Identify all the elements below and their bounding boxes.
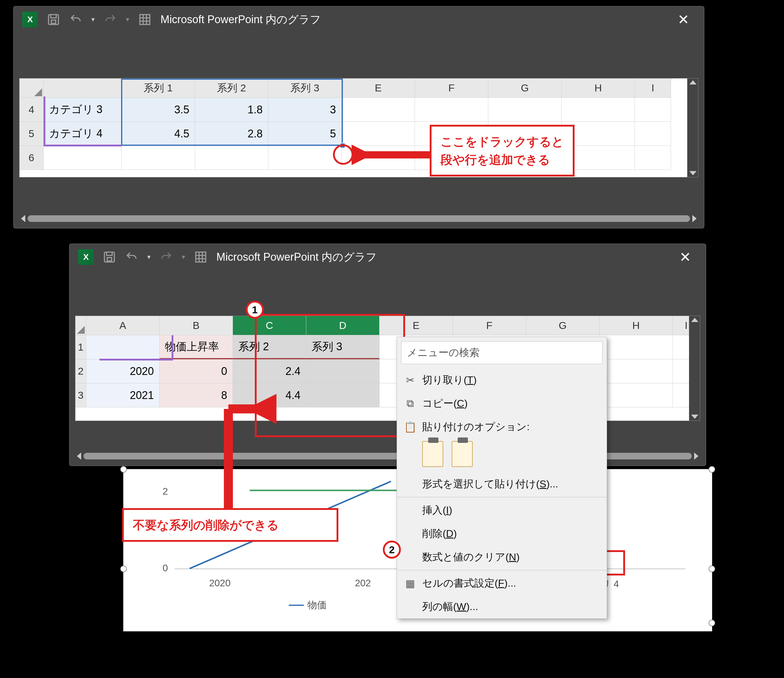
- select-all-corner[interactable]: [20, 78, 44, 98]
- chart-handle[interactable]: [120, 566, 127, 572]
- cell[interactable]: 5: [268, 122, 342, 146]
- chart-handle[interactable]: [120, 466, 127, 473]
- undo-dropdown-icon[interactable]: ▾: [91, 16, 95, 23]
- row-header[interactable]: 6: [20, 146, 44, 170]
- menu-item-cut[interactable]: ✂ 切り取り(T): [397, 368, 607, 392]
- cell[interactable]: [488, 98, 562, 122]
- cell[interactable]: [599, 335, 673, 359]
- cell[interactable]: [635, 146, 671, 170]
- annotation-rect-columns: [255, 314, 405, 437]
- column-header[interactable]: F: [415, 78, 488, 98]
- column-header[interactable]: H: [562, 78, 635, 98]
- scroll-down-icon[interactable]: [691, 415, 698, 419]
- y-tick: 2: [163, 486, 168, 497]
- copy-icon: ⧉: [404, 397, 416, 410]
- undo-icon[interactable]: [69, 13, 82, 26]
- cell[interactable]: [599, 383, 673, 407]
- scroll-right-icon[interactable]: [694, 452, 698, 460]
- column-header[interactable]: G: [488, 78, 562, 98]
- cell[interactable]: [268, 146, 342, 170]
- chart-handle[interactable]: [709, 466, 715, 473]
- menu-item-clear[interactable]: 数式と値のクリア(N): [397, 546, 607, 569]
- redo-icon[interactable]: [104, 13, 117, 26]
- column-header[interactable]: 系列 1: [122, 78, 195, 98]
- cell[interactable]: [415, 98, 488, 122]
- menu-item-column-width[interactable]: 列の幅(W)...: [397, 595, 607, 619]
- cell[interactable]: 2021: [86, 383, 160, 407]
- x-tick: 202: [355, 578, 371, 589]
- close-button[interactable]: ✕: [674, 249, 697, 265]
- cell-category[interactable]: カテゴリ 4: [44, 122, 122, 146]
- undo-icon[interactable]: [125, 251, 138, 264]
- scroll-left-icon[interactable]: [77, 452, 81, 460]
- undo-dropdown-icon[interactable]: ▾: [147, 253, 151, 261]
- scroll-down-icon[interactable]: [689, 171, 697, 175]
- column-header[interactable]: G: [526, 316, 599, 335]
- horizontal-scrollbar[interactable]: [19, 213, 698, 224]
- menu-item-copy[interactable]: ⧉ コピー(C): [397, 392, 607, 415]
- scroll-right-icon[interactable]: [692, 215, 697, 222]
- redo-dropdown-icon[interactable]: ▾: [182, 253, 185, 261]
- row-header[interactable]: 5: [20, 122, 44, 146]
- cell[interactable]: 1.8: [195, 98, 268, 122]
- scroll-up-icon[interactable]: [691, 318, 698, 322]
- chart-handle[interactable]: [709, 620, 715, 626]
- cell[interactable]: [44, 146, 122, 170]
- cell[interactable]: 4.5: [122, 122, 195, 146]
- cell[interactable]: 2020: [86, 359, 160, 383]
- row-header[interactable]: 2: [75, 359, 86, 383]
- paste-option-icon[interactable]: [422, 441, 443, 467]
- chart-handle[interactable]: [709, 566, 715, 572]
- row-header[interactable]: 3: [75, 383, 86, 407]
- column-header[interactable]: A: [86, 316, 160, 335]
- data-sheet-icon[interactable]: [138, 13, 151, 26]
- column-header[interactable]: E: [342, 78, 415, 98]
- column-header[interactable]: 系列 2: [195, 78, 268, 98]
- redo-dropdown-icon[interactable]: ▾: [126, 16, 129, 23]
- data-sheet-icon[interactable]: [194, 251, 207, 264]
- menu-search-input[interactable]: メニューの検索: [401, 341, 602, 364]
- paste-option-icon[interactable]: [452, 441, 473, 467]
- cell[interactable]: 0: [160, 359, 233, 383]
- cell[interactable]: 物価上昇率: [160, 335, 233, 359]
- cell-category[interactable]: カテゴリ 3: [44, 98, 122, 122]
- cell[interactable]: 2.8: [195, 122, 268, 146]
- column-header[interactable]: 系列 3: [268, 78, 342, 98]
- cell[interactable]: [635, 122, 671, 146]
- column-header[interactable]: H: [599, 316, 673, 335]
- scrollbar-thumb[interactable]: [28, 215, 690, 222]
- menu-item-format-cells[interactable]: ▦ セルの書式設定(F)...: [397, 572, 607, 595]
- window-title: Microsoft PowerPoint 内のグラフ: [160, 12, 321, 27]
- cell[interactable]: [122, 146, 195, 170]
- column-header[interactable]: B: [160, 316, 233, 335]
- close-button[interactable]: ✕: [672, 11, 695, 28]
- cell[interactable]: 3: [268, 98, 342, 122]
- cell[interactable]: 3.5: [122, 98, 195, 122]
- menu-item-paste-special[interactable]: 形式を選択して貼り付け(S)...: [397, 472, 607, 496]
- annotation-circle: [333, 144, 353, 165]
- cell[interactable]: [86, 335, 160, 359]
- column-header[interactable]: I: [635, 78, 671, 98]
- row-header[interactable]: 4: [20, 98, 44, 122]
- vertical-scrollbar[interactable]: [687, 78, 698, 177]
- column-header[interactable]: F: [453, 316, 526, 335]
- cell[interactable]: [599, 359, 673, 383]
- cell[interactable]: [195, 146, 268, 170]
- menu-item-paste-options: 📋 貼り付けのオプション:: [397, 415, 607, 439]
- cell[interactable]: [342, 98, 415, 122]
- select-all-corner[interactable]: [75, 316, 86, 335]
- column-header[interactable]: [44, 78, 122, 98]
- svg-rect-5: [107, 258, 112, 261]
- cell[interactable]: [562, 98, 635, 122]
- cell[interactable]: [635, 98, 671, 122]
- save-icon[interactable]: [103, 251, 116, 264]
- save-icon[interactable]: [47, 13, 60, 26]
- menu-item-delete[interactable]: 削除(D): [397, 522, 607, 546]
- redo-icon[interactable]: [160, 251, 173, 264]
- scroll-left-icon[interactable]: [21, 215, 25, 222]
- cell[interactable]: [342, 122, 415, 146]
- row-header[interactable]: 1: [75, 335, 86, 359]
- menu-item-insert[interactable]: 挿入(I): [397, 499, 607, 522]
- scroll-up-icon[interactable]: [689, 80, 697, 84]
- vertical-scrollbar[interactable]: [689, 316, 700, 421]
